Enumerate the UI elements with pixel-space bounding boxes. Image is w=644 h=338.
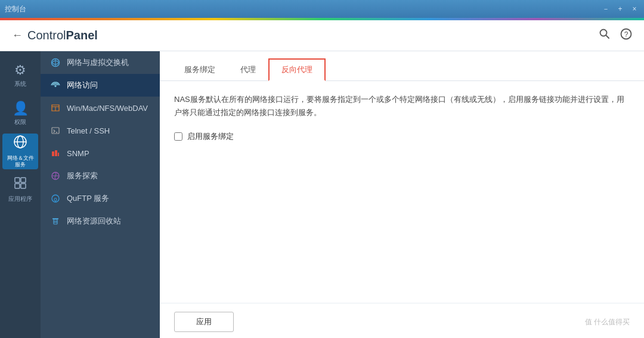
svg-rect-9: [15, 184, 20, 188]
main-layout: ⚙ 系统 👤 权限 网络＆文件服务: [0, 51, 644, 338]
description-text: NAS服务默认在所有的网络接口运行，要将服务指定到一个或多个特定网络接口（有线或…: [174, 93, 630, 119]
svg-rect-16: [52, 151, 54, 156]
svg-point-13: [55, 85, 57, 87]
sidebar-item-system-label: 系统: [14, 80, 26, 88]
snmp-icon: [50, 148, 61, 159]
sidebar-item-system[interactable]: ⚙ 系统: [2, 57, 38, 93]
svg-text:?: ?: [624, 30, 628, 39]
watermark: 值 什么值得买: [585, 317, 630, 327]
maximize-button[interactable]: +: [615, 4, 625, 14]
content-area: 服务绑定 代理 反向代理 NAS服务默认在所有的网络接口运行，要将服务指定到一个…: [160, 51, 644, 338]
app-title: ControlPanel: [27, 29, 98, 42]
recycle-icon: [50, 216, 61, 227]
sidebar-item-permissions-label: 权限: [14, 119, 26, 126]
titlebar: 控制台 － + ×: [0, 0, 644, 18]
titlebar-title: 控制台: [5, 4, 26, 14]
user-icon: 👤: [13, 101, 29, 116]
sidebar-item-network-label: 网络＆文件服务: [7, 155, 34, 168]
nav-item-snmp[interactable]: SNMP: [41, 142, 160, 165]
network-switch-icon: [50, 57, 61, 68]
nav-item-snmp-label: SNMP: [67, 149, 89, 158]
icon-sidebar: ⚙ 系统 👤 权限 网络＆文件服务: [0, 51, 41, 338]
svg-rect-10: [21, 184, 26, 188]
svg-rect-17: [55, 150, 57, 156]
nav-item-recycle-label: 网络资源回收站: [67, 216, 121, 227]
search-icon[interactable]: [599, 28, 611, 43]
content-body: NAS服务默认在所有的网络接口运行，要将服务指定到一个或多个特定网络接口（有线或…: [160, 81, 644, 303]
nav-item-quftp-label: QuFTP 服务: [67, 193, 109, 204]
win-mac-nfs-icon: [50, 103, 61, 113]
header-icons: ?: [599, 28, 632, 43]
header-left: ← ControlPanel: [12, 29, 98, 42]
nav-item-quftp[interactable]: Q QuFTP 服务: [41, 187, 160, 210]
sidebar-item-permissions[interactable]: 👤 权限: [2, 95, 38, 131]
service-binding-label[interactable]: 启用服务绑定: [187, 131, 234, 142]
help-icon[interactable]: ?: [620, 28, 632, 43]
quftp-icon: Q: [50, 193, 61, 204]
telnet-ssh-icon: [50, 125, 61, 136]
svg-point-0: [600, 30, 607, 36]
sidebar-item-network[interactable]: 网络＆文件服务: [2, 134, 38, 169]
svg-line-1: [606, 36, 609, 39]
nav-item-win-mac-nfs-label: Win/Mac/NFS/WebDAV: [67, 104, 148, 113]
tabs-bar: 服务绑定 代理 反向代理: [160, 51, 644, 81]
nav-item-win-mac-nfs[interactable]: Win/Mac/NFS/WebDAV: [41, 97, 160, 119]
back-button[interactable]: ←: [12, 29, 23, 42]
gear-icon: ⚙: [14, 63, 26, 78]
nav-item-telnet-ssh-label: Telnet / SSH: [67, 126, 110, 135]
minimize-button[interactable]: －: [601, 4, 611, 14]
tab-proxy[interactable]: 代理: [228, 59, 268, 80]
apps-icon: [14, 176, 27, 193]
network-access-icon: [50, 80, 61, 91]
service-binding-checkbox[interactable]: [174, 132, 182, 141]
title-control: Control: [27, 29, 66, 42]
nav-item-telnet-ssh[interactable]: Telnet / SSH: [41, 119, 160, 142]
sidebar-item-apps-label: 应用程序: [8, 196, 32, 203]
close-button[interactable]: ×: [630, 4, 639, 14]
content-footer: 应用 值 什么值得买: [160, 303, 644, 338]
header: ← ControlPanel ?: [0, 20, 644, 51]
title-panel: Panel: [66, 29, 97, 42]
nav-item-discovery[interactable]: 服务探索: [41, 165, 160, 187]
sidebar-item-apps[interactable]: 应用程序: [2, 172, 38, 207]
apply-button[interactable]: 应用: [174, 312, 234, 332]
svg-rect-18: [58, 153, 59, 156]
svg-rect-7: [15, 178, 20, 182]
nav-item-discovery-label: 服务探索: [67, 170, 98, 181]
app-window: ← ControlPanel ? ⚙: [0, 20, 644, 338]
titlebar-controls: － + ×: [601, 4, 639, 14]
nav-item-network-access-label: 网络访问: [67, 80, 98, 91]
tab-service-binding[interactable]: 服务绑定: [172, 59, 228, 80]
discovery-icon: [50, 170, 61, 181]
svg-rect-14: [52, 128, 59, 134]
service-binding-checkbox-row: 启用服务绑定: [174, 131, 630, 142]
nav-sidebar: 网络与虚拟交换机 网络访问: [41, 51, 160, 338]
svg-rect-8: [21, 178, 26, 182]
svg-text:Q: Q: [54, 197, 57, 202]
network-icon: [13, 135, 27, 153]
nav-item-network-switch-label: 网络与虚拟交换机: [67, 57, 129, 68]
nav-item-network-access[interactable]: 网络访问: [41, 74, 160, 97]
nav-item-recycle[interactable]: 网络资源回收站: [41, 210, 160, 232]
nav-item-network-switch[interactable]: 网络与虚拟交换机: [41, 51, 160, 74]
tab-reverse-proxy[interactable]: 反向代理: [268, 58, 326, 81]
